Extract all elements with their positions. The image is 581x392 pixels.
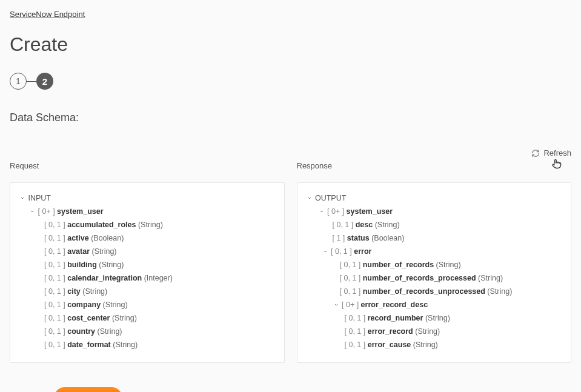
cardinality: [ 0, 1 ] xyxy=(44,261,67,269)
step-connector xyxy=(27,81,36,82)
field-type: (String) xyxy=(487,287,512,296)
cardinality: [ 0+ ] xyxy=(342,301,361,309)
field-name: company xyxy=(67,301,101,309)
field-name: error xyxy=(354,247,371,256)
tree-leaf[interactable]: [ 0, 1 ] date_format (String) xyxy=(16,338,278,351)
cardinality: [ 0, 1 ] xyxy=(44,221,67,229)
field-name: avatar xyxy=(67,247,90,256)
root-label: INPUT xyxy=(28,194,51,202)
field-type: (String) xyxy=(375,221,400,229)
chevron-down-icon[interactable] xyxy=(319,205,325,218)
tree-branch[interactable]: [ 0+ ] error_record_desc xyxy=(304,298,565,311)
field-name: record_number xyxy=(368,314,423,322)
step-indicator: 1 2 xyxy=(10,73,571,90)
cardinality: [ 0, 1 ] xyxy=(44,247,67,256)
field-type: (String) xyxy=(99,261,124,269)
cardinality: [ 0+ ] xyxy=(38,207,57,216)
endpoint-link[interactable]: ServiceNow Endpoint xyxy=(10,10,85,19)
cardinality: [ 0, 1 ] xyxy=(44,341,67,349)
data-schema-title: Data Schema: xyxy=(10,111,571,124)
tree-leaf[interactable]: [ 0, 1 ] error_cause (String) xyxy=(304,338,565,351)
cardinality: [ 0, 1 ] xyxy=(345,327,368,336)
tree-leaf[interactable]: [ 0, 1 ] desc (String) xyxy=(304,218,565,231)
field-type: (Integer) xyxy=(144,274,173,282)
root-label: OUTPUT xyxy=(315,194,346,202)
tree-leaf[interactable]: [ 0, 1 ] number_of_records_processed (St… xyxy=(304,271,565,285)
tree-leaf[interactable]: [ 0, 1 ] record_number (String) xyxy=(304,311,565,325)
field-type: (String) xyxy=(98,327,122,336)
cardinality: [ 0, 1 ] xyxy=(340,261,363,269)
tree-leaf[interactable]: [ 0, 1 ] number_of_records (String) xyxy=(304,258,565,271)
cursor-pointer-icon xyxy=(551,158,563,171)
chevron-down-icon[interactable] xyxy=(307,191,313,205)
field-name: date_format xyxy=(67,341,111,349)
finished-button[interactable]: Finished xyxy=(54,387,123,392)
cardinality: [ 0, 1 ] xyxy=(345,341,368,349)
response-schema-box: OUTPUT [ 0+ ] system_user[ 0, 1 ] desc (… xyxy=(297,182,572,363)
field-type: (String) xyxy=(478,274,503,282)
chevron-down-icon[interactable] xyxy=(30,205,36,218)
field-type: (String) xyxy=(415,327,440,336)
refresh-button[interactable]: Refresh xyxy=(10,148,571,158)
tree-branch[interactable]: [ 0, 1 ] error xyxy=(304,245,565,258)
cardinality: [ 0, 1 ] xyxy=(44,327,67,336)
field-type: (String) xyxy=(436,261,461,269)
tree-root[interactable]: OUTPUT xyxy=(304,191,565,205)
field-type: (String) xyxy=(413,341,438,349)
tree-leaf[interactable]: [ 0, 1 ] active (Boolean) xyxy=(16,231,278,245)
field-name: error_cause xyxy=(368,341,411,349)
cardinality: [ 0, 1 ] xyxy=(44,274,67,282)
field-type: (String) xyxy=(92,247,117,256)
field-name: number_of_records_unprocessed xyxy=(363,287,485,296)
field-type: (String) xyxy=(112,314,137,322)
tree-leaf[interactable]: [ 0, 1 ] country (String) xyxy=(16,325,278,338)
cardinality: [ 0+ ] xyxy=(327,207,347,216)
tree-root[interactable]: INPUT xyxy=(16,191,278,205)
field-name: country xyxy=(67,327,95,336)
field-name: status xyxy=(347,234,370,242)
field-type: (Boolean) xyxy=(91,234,124,242)
field-name: system_user xyxy=(347,207,393,216)
field-type: (String) xyxy=(425,314,450,322)
chevron-down-icon[interactable] xyxy=(334,298,340,311)
field-name: system_user xyxy=(57,207,103,216)
step-1[interactable]: 1 xyxy=(10,73,27,90)
field-name: number_of_records xyxy=(363,261,434,269)
field-type: (String) xyxy=(138,221,163,229)
cardinality: [ 0, 1 ] xyxy=(44,287,67,296)
cardinality: [ 0, 1 ] xyxy=(44,314,67,322)
tree-leaf[interactable]: [ 0, 1 ] number_of_records_unprocessed (… xyxy=(304,285,565,298)
field-name: error_record_desc xyxy=(361,301,428,309)
cardinality: [ 0, 1 ] xyxy=(340,274,363,282)
field-name: city xyxy=(67,287,81,296)
tree-leaf[interactable]: [ 1 ] status (Boolean) xyxy=(304,231,565,245)
tree-leaf[interactable]: [ 0, 1 ] accumulated_roles (String) xyxy=(16,218,278,231)
chevron-down-icon[interactable] xyxy=(323,245,329,258)
chevron-down-icon[interactable] xyxy=(20,191,26,205)
cardinality: [ 1 ] xyxy=(333,234,347,242)
field-name: number_of_records_processed xyxy=(363,274,476,282)
cardinality: [ 0, 1 ] xyxy=(345,314,368,322)
cardinality: [ 0, 1 ] xyxy=(333,221,356,229)
field-name: active xyxy=(67,234,88,242)
tree-leaf[interactable]: [ 0, 1 ] city (String) xyxy=(16,285,278,298)
cardinality: [ 0, 1 ] xyxy=(44,234,67,242)
field-type: (String) xyxy=(103,301,128,309)
request-label: Request xyxy=(10,161,285,170)
response-label: Response xyxy=(297,161,572,170)
tree-branch[interactable]: [ 0+ ] system_user xyxy=(16,205,278,218)
cardinality: [ 0, 1 ] xyxy=(340,287,363,296)
field-name: desc xyxy=(356,221,373,229)
tree-leaf[interactable]: [ 0, 1 ] error_record (String) xyxy=(304,325,565,338)
tree-leaf[interactable]: [ 0, 1 ] calendar_integration (Integer) xyxy=(16,271,278,285)
tree-branch[interactable]: [ 0+ ] system_user xyxy=(304,205,565,218)
tree-leaf[interactable]: [ 0, 1 ] avatar (String) xyxy=(16,245,278,258)
field-name: cost_center xyxy=(67,314,110,322)
tree-leaf[interactable]: [ 0, 1 ] building (String) xyxy=(16,258,278,271)
tree-leaf[interactable]: [ 0, 1 ] company (String) xyxy=(16,298,278,311)
tree-leaf[interactable]: [ 0, 1 ] cost_center (String) xyxy=(16,311,278,325)
field-type: (Boolean) xyxy=(371,234,404,242)
field-type: (String) xyxy=(82,287,107,296)
step-2: 2 xyxy=(36,73,53,90)
cardinality: [ 0, 1 ] xyxy=(44,301,67,309)
